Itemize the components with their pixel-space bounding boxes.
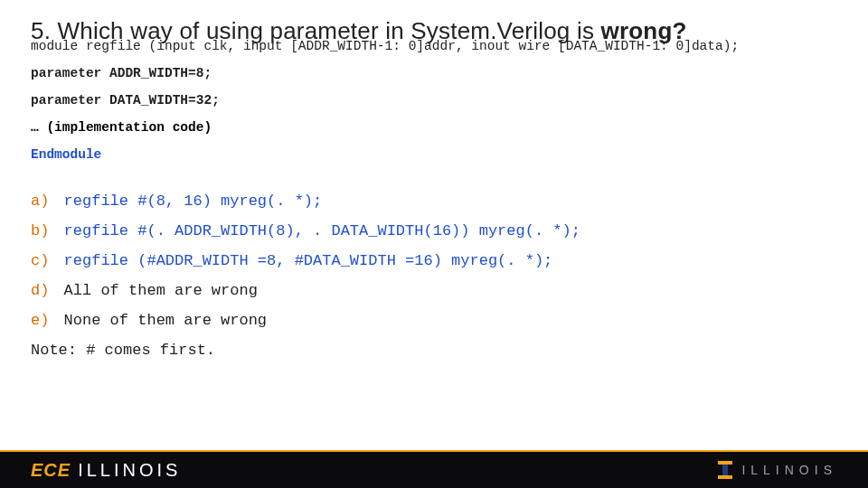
answer-d-body: All of them are wrong	[64, 282, 258, 299]
answer-d: d) All of them are wrong	[31, 282, 837, 299]
code-param2-text: parameter DATA_WIDTH=32;	[31, 93, 220, 108]
footer-ece-label: ECE	[31, 460, 71, 481]
answer-c-label: c)	[31, 252, 49, 269]
code-param1-text: parameter ADDR_WIDTH=8;	[31, 66, 212, 80]
answer-b: b) regfile #(. ADDR_WIDTH(8), . DATA_WID…	[31, 222, 837, 239]
code-implementation-placeholder: … (implementation code)	[31, 120, 837, 135]
code-param-addr: parameter ADDR_WIDTH=8;	[31, 66, 837, 80]
answer-e: e) None of them are wrong	[31, 312, 837, 329]
answer-a-body: regfile #(8, 16) myreg(. *);	[64, 192, 323, 210]
answer-d-label: d)	[31, 282, 49, 299]
answer-e-body: None of them are wrong	[64, 312, 267, 329]
footer-illinois-label: ILLINOIS	[78, 460, 181, 481]
footer-left: ECE ILLINOIS	[31, 460, 181, 481]
note-line: Note: # comes first.	[31, 342, 837, 359]
answer-e-label: e)	[31, 312, 49, 329]
answer-a: a) regfile #(8, 16) myreg(. *);	[31, 192, 837, 210]
answers-list: a) regfile #(8, 16) myreg(. *); b) regfi…	[31, 192, 837, 359]
content-area: 5. Which way of using parameter in Syste…	[0, 0, 868, 359]
footer-right: ILLINOIS	[718, 461, 837, 479]
answer-b-body: regfile #(. ADDR_WIDTH(8), . DATA_WIDTH(…	[64, 222, 580, 239]
footer-bar: ECE ILLINOIS ILLINOIS	[0, 452, 868, 488]
code-endmodule: Endmodule	[31, 147, 837, 162]
footer-uiuc-label: ILLINOIS	[741, 463, 837, 477]
code-module-signature: module regfile (input clk, input [ADDR_W…	[31, 39, 837, 53]
answer-c: c) regfile (#ADDR_WIDTH =8, #DATA_WIDTH …	[31, 252, 837, 269]
answer-c-body: regfile (#ADDR_WIDTH =8, #DATA_WIDTH =16…	[64, 252, 553, 269]
answer-a-label: a)	[31, 192, 49, 210]
code-param-data: parameter DATA_WIDTH=32;	[31, 93, 837, 108]
block-i-icon	[718, 461, 732, 479]
code-sig-text: module regfile (input clk, input [ADDR_W…	[31, 39, 739, 53]
answer-b-label: b)	[31, 222, 49, 239]
slide: 5. Which way of using parameter in Syste…	[0, 0, 868, 488]
